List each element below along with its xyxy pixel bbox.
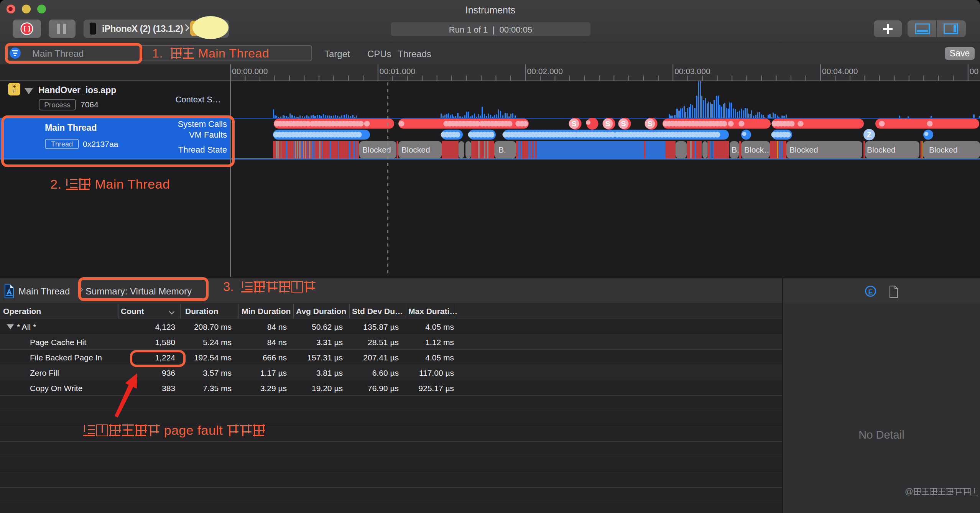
svg-text:B.: B. <box>732 145 739 154</box>
svg-text:Z: Z <box>867 131 871 139</box>
svg-text:S: S <box>621 120 626 128</box>
svg-text:Blocked: Blocked <box>929 145 958 154</box>
svg-text:Blocked: Blocked <box>401 145 430 154</box>
svg-text:00:00.000: 00:00.000 <box>232 67 268 76</box>
svg-text:Blocked: Blocked <box>867 145 896 154</box>
svg-text:00: 00 <box>970 67 978 76</box>
svg-text:00:01.000: 00:01.000 <box>380 67 415 76</box>
svg-text:Block…: Block… <box>744 145 772 154</box>
svg-text:00:03.000: 00:03.000 <box>674 67 710 76</box>
svg-text:Blocked: Blocked <box>789 145 818 154</box>
svg-text:S: S <box>605 120 610 128</box>
svg-text:S: S <box>572 120 577 128</box>
svg-text:00:04.000: 00:04.000 <box>822 67 858 76</box>
svg-text:B.: B. <box>498 145 506 154</box>
svg-text:S: S <box>648 120 653 128</box>
svg-text:Blocked: Blocked <box>362 145 391 154</box>
svg-text:00:02.000: 00:02.000 <box>527 67 563 76</box>
